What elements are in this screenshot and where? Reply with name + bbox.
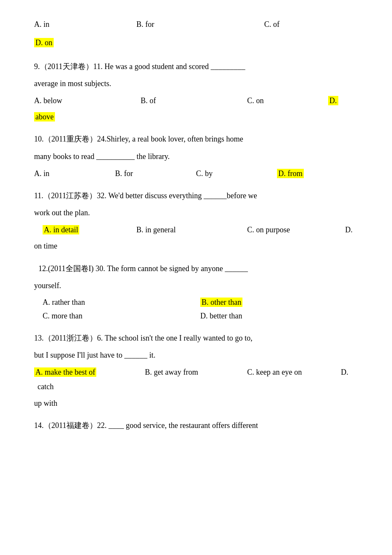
question-14: 14.（2011福建卷）22. ____ good service, the r… [34,418,358,433]
q12-opt-c: C. more than [43,309,200,323]
q9-options: A. below B. of C. on D. [34,93,358,108]
q11-options: A. in detail B. in general C. on purpose… [34,223,358,237]
q9-text2: average in most subjects. [34,76,358,91]
q11-text1: 11.（2011江苏卷）32. We'd better discuss ever… [34,188,358,203]
q9-opt-b: B. of [141,93,243,108]
option-c: C. of [264,17,349,32]
q12-text2: yourself. [34,278,358,293]
q10-opt-c: C. by [196,166,273,181]
q13-text1: 13.（2011浙江卷）6. The school isn't the one … [34,331,358,345]
page-content: A. in B. for C. of D. on 9.（2011天津卷）11. … [34,17,358,433]
q10-options: A. in B. for C. by D. from [34,166,358,181]
q10-text2: many books to read __________ the librar… [34,149,358,164]
q13-options: A. make the best of B. get away from C. … [34,365,358,394]
q13-catch: catch [37,379,54,394]
q9-opt-a: A. below [34,93,136,108]
option-b: B. for [136,17,260,32]
q14-text1: 14.（2011福建卷）22. ____ good service, the r… [34,418,358,433]
q9-answer-above: above [34,112,55,121]
q12-opt-b: B. other than [200,295,358,309]
q13-opt-a: A. make the best of [34,365,141,379]
option-a: A. in [34,17,132,32]
q13-opt-d: D. [341,365,349,379]
q11-opt-d: D. [345,223,353,237]
q12-text1: 12.(2011全国卷I) 30. The form cannot be sig… [34,261,358,276]
header-option-d: D. on [34,36,358,49]
header-options: A. in B. for C. of [34,17,358,32]
q11-opt-b: B. in general [136,223,243,237]
q12-options: A. rather than B. other than C. more tha… [34,295,358,323]
q10-opt-d: D. from [277,166,304,181]
q10-opt-b: B. for [115,166,192,181]
q9-answer-overflow: above [34,110,358,124]
q11-opt-c: C. on purpose [247,223,341,237]
option-d-label: D. on [34,38,54,47]
question-9: 9.（2011天津卷）11. He was a good student and… [34,59,358,124]
q13-answer-overflow: up with [34,396,358,410]
q11-answer-overflow: on time [34,239,358,253]
q9-text1: 9.（2011天津卷）11. He was a good student and… [34,59,358,74]
q12-opt-d: D. better than [200,309,358,323]
q9-opt-c: C. on [247,93,324,108]
question-13: 13.（2011浙江卷）6. The school isn't the one … [34,331,358,410]
question-12: 12.(2011全国卷I) 30. The form cannot be sig… [34,261,358,323]
question-10: 10.（2011重庆卷）24.Shirley, a real book love… [34,132,358,181]
q10-text1: 10.（2011重庆卷）24.Shirley, a real book love… [34,132,358,146]
question-11: 11.（2011江苏卷）32. We'd better discuss ever… [34,188,358,254]
q11-text2: work out the plan. [34,205,358,220]
q11-opt-a: A. in detail [34,223,132,237]
q13-opt-c: C. keep an eye on [247,365,337,379]
q9-opt-d: D. [328,93,338,108]
q13-opt-b: B. get away from [145,365,243,379]
q13-text2: but I suppose I'll just have to ______ i… [34,348,358,362]
q10-opt-a: A. in [34,166,111,181]
q12-opt-a: A. rather than [43,295,200,309]
